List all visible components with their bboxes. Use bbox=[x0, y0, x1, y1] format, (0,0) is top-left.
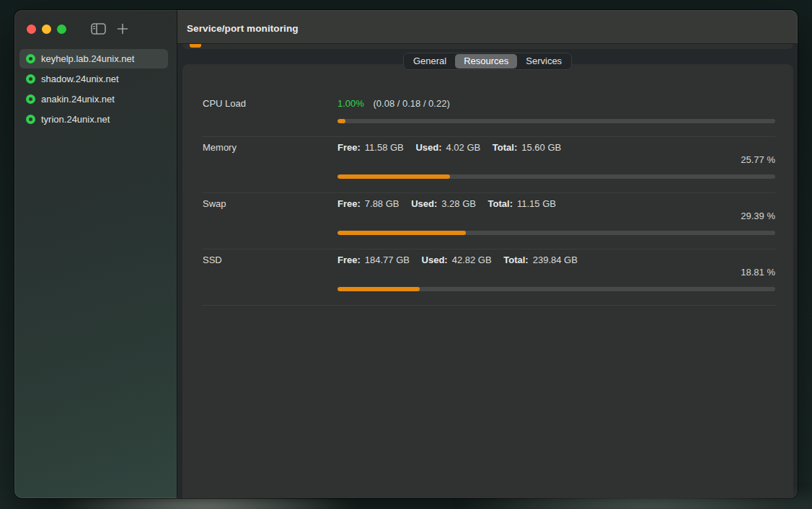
server-item-shadow[interactable]: shadow.24unix.net bbox=[19, 69, 168, 89]
cpu-load-averages: (0.08 / 0.18 / 0.22) bbox=[374, 98, 450, 109]
free-label: Free: bbox=[337, 254, 361, 265]
ssd-used-value: 42.82 GB bbox=[452, 254, 492, 265]
memory-used-value: 4.02 GB bbox=[446, 142, 481, 153]
server-list: keyhelp.lab.24unix.net shadow.24unix.net… bbox=[19, 49, 168, 130]
desktop-background: keyhelp.lab.24unix.net shadow.24unix.net… bbox=[0, 0, 812, 509]
free-label: Free: bbox=[337, 142, 361, 153]
scrolled-group-box-remnant bbox=[182, 44, 793, 49]
server-label: keyhelp.lab.24unix.net bbox=[41, 53, 134, 64]
ssd-percent: 18.81 % bbox=[337, 267, 775, 278]
server-label: tyrion.24unix.net bbox=[41, 114, 110, 125]
plus-icon bbox=[117, 23, 128, 35]
status-dot-icon bbox=[26, 94, 35, 104]
swap-total-value: 11.15 GB bbox=[517, 198, 556, 209]
status-dot-icon bbox=[26, 115, 35, 124]
resources-panel: CPU Load 1.00% (0.08 / 0.18 / 0.22) bbox=[182, 64, 793, 498]
cpu-load-label: CPU Load bbox=[203, 98, 337, 123]
sidebar: keyhelp.lab.24unix.net shadow.24unix.net… bbox=[14, 10, 177, 498]
memory-total-value: 15.60 GB bbox=[521, 142, 561, 153]
ssd-label: SSD bbox=[203, 254, 337, 291]
cpu-load-values: 1.00% (0.08 / 0.18 / 0.22) bbox=[337, 98, 775, 109]
tab-services[interactable]: Services bbox=[517, 54, 570, 68]
sidebar-toolbar bbox=[14, 10, 177, 44]
free-label: Free: bbox=[337, 198, 361, 209]
ssd-row: SSD Free:184.77 GB Used:42.82 GB Total:2… bbox=[203, 249, 775, 305]
clipped-progress-bar bbox=[190, 44, 201, 48]
cpu-percent-value: 1.00% bbox=[337, 98, 364, 109]
server-label: shadow.24unix.net bbox=[41, 74, 119, 84]
row-divider bbox=[203, 305, 775, 306]
server-label: anakin.24unix.net bbox=[41, 94, 115, 105]
memory-progress-bar bbox=[337, 174, 775, 179]
page-title: Service/port monitoring bbox=[187, 23, 299, 34]
server-item-tyrion[interactable]: tyrion.24unix.net bbox=[19, 110, 168, 129]
swap-progress-fill bbox=[337, 231, 466, 235]
cpu-progress-fill bbox=[337, 119, 345, 123]
total-label: Total: bbox=[493, 142, 517, 153]
server-item-keyhelp[interactable]: keyhelp.lab.24unix.net bbox=[19, 49, 168, 68]
total-label: Total: bbox=[488, 198, 513, 209]
memory-percent: 25.77 % bbox=[337, 154, 775, 165]
ssd-total-value: 239.84 GB bbox=[533, 254, 578, 265]
swap-row: Swap Free:7.88 GB Used:3.28 GB Total:11.… bbox=[203, 193, 775, 249]
tab-resources[interactable]: Resources bbox=[455, 54, 517, 68]
memory-free-value: 11.58 GB bbox=[365, 142, 404, 153]
ssd-progress-fill bbox=[337, 287, 420, 291]
tab-bar: General Resources Services bbox=[177, 53, 798, 70]
swap-used-value: 3.28 GB bbox=[441, 198, 476, 209]
toggle-sidebar-button[interactable] bbox=[91, 23, 106, 35]
zoom-window-button[interactable] bbox=[57, 25, 66, 34]
swap-values: Free:7.88 GB Used:3.28 GB Total:11.15 GB bbox=[337, 198, 775, 209]
close-window-button[interactable] bbox=[27, 25, 36, 34]
server-item-anakin[interactable]: anakin.24unix.net bbox=[19, 89, 168, 109]
swap-free-value: 7.88 GB bbox=[365, 198, 400, 209]
memory-values: Free:11.58 GB Used:4.02 GB Total:15.60 G… bbox=[337, 142, 775, 153]
swap-progress-bar bbox=[337, 231, 775, 235]
swap-label: Swap bbox=[203, 198, 337, 235]
main-panel: Service/port monitoring General Resource… bbox=[177, 10, 798, 498]
status-dot-icon bbox=[26, 74, 35, 84]
cpu-load-row: CPU Load 1.00% (0.08 / 0.18 / 0.22) bbox=[203, 64, 775, 136]
ssd-free-value: 184.77 GB bbox=[365, 254, 410, 265]
ssd-progress-bar bbox=[337, 287, 775, 291]
status-dot-icon bbox=[26, 54, 35, 63]
ssd-values: Free:184.77 GB Used:42.82 GB Total:239.8… bbox=[337, 254, 775, 265]
memory-row: Memory Free:11.58 GB Used:4.02 GB Total:… bbox=[203, 137, 775, 192]
app-window: keyhelp.lab.24unix.net shadow.24unix.net… bbox=[14, 10, 798, 498]
used-label: Used: bbox=[422, 254, 448, 265]
total-label: Total: bbox=[503, 254, 528, 265]
used-label: Used: bbox=[415, 142, 441, 153]
add-server-button[interactable] bbox=[117, 23, 128, 35]
content-area: General Resources Services CPU Load 1.00… bbox=[177, 44, 798, 498]
used-label: Used: bbox=[411, 198, 437, 209]
segmented-control: General Resources Services bbox=[403, 53, 572, 70]
memory-label: Memory bbox=[203, 142, 337, 179]
tab-general[interactable]: General bbox=[405, 54, 455, 68]
memory-progress-fill bbox=[337, 174, 450, 179]
cpu-progress-bar bbox=[337, 119, 775, 123]
window-title-bar: Service/port monitoring bbox=[177, 10, 798, 44]
sidebar-toggle-icon bbox=[91, 23, 106, 35]
minimize-window-button[interactable] bbox=[42, 25, 51, 34]
swap-percent: 29.39 % bbox=[337, 211, 775, 221]
